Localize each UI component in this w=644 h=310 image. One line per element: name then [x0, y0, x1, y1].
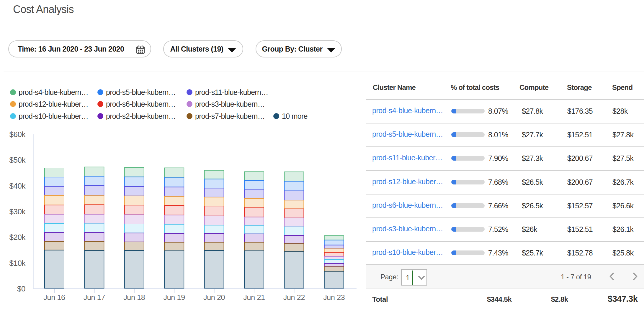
svg-text:Jun 20: Jun 20	[203, 293, 225, 301]
svg-text:$60k: $60k	[9, 130, 26, 139]
svg-text:Jun 23: Jun 23	[323, 293, 345, 301]
svg-text:Jun 17: Jun 17	[84, 293, 105, 301]
svg-text:$0: $0	[17, 284, 25, 293]
svg-text:Jun 21: Jun 21	[243, 293, 265, 301]
svg-text:$20k: $20k	[9, 233, 26, 242]
svg-text:$50k: $50k	[9, 156, 26, 164]
svg-text:$10k: $10k	[9, 259, 26, 268]
svg-text:Jun 18: Jun 18	[123, 293, 145, 301]
svg-text:Jun 19: Jun 19	[164, 293, 185, 301]
svg-text:Jun 16: Jun 16	[43, 293, 65, 301]
svg-text:$40k: $40k	[9, 182, 26, 190]
svg-text:Jun 22: Jun 22	[283, 293, 305, 301]
svg-text:$30k: $30k	[9, 207, 26, 216]
